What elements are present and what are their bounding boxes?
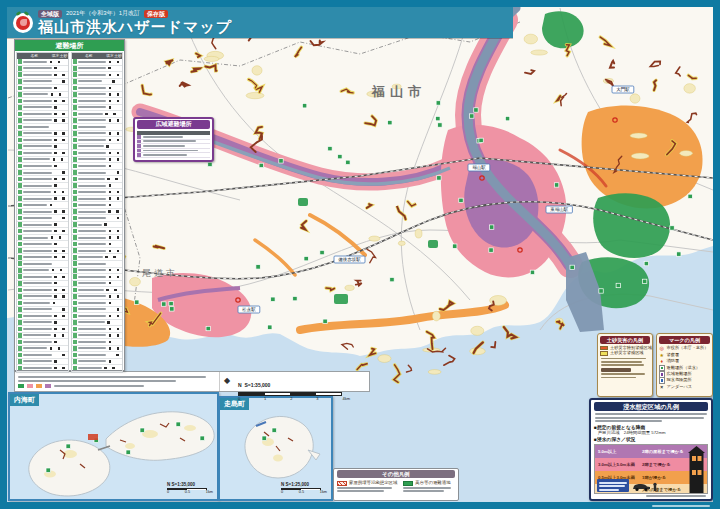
station-label-chip: 東福山駅 [546,206,572,213]
flood-mark-cell [106,341,114,343]
legend-other-items: 家屋倒壊等氾濫想定区域高台等の避難適地 [337,480,455,494]
flood-mark-cell [52,315,60,317]
flood-mark-cell [103,113,111,115]
row-number-chip [73,216,77,221]
site-name-text [78,113,103,115]
inset-hashirijima: 走島町 N S=1:25,000 00.51km [218,396,333,501]
site-name-text [78,302,107,304]
row-number-chip [73,138,77,143]
depth-range: 5.0m以上 [598,449,642,454]
inset-utsumi: 内海町 N S=1:35,000 00.51km [8,392,219,501]
flood-mark-cell [106,347,114,349]
flood-mark-cell [105,321,113,323]
warning-zone-patch [130,278,141,286]
map-canvas: 松永駅備後赤坂駅福山駅東福山駅大門駅 福山市 府中市 尾道市 全域版 2021年… [7,7,713,502]
map-usage-notes [15,372,220,391]
sediment-mark-cell [60,80,68,82]
site-name-text [78,341,107,343]
station-label-chip: 備後赤坂駅 [334,256,365,263]
flood-mark-cell [52,106,60,108]
site-name-text [23,243,52,245]
site-name-text [23,360,52,362]
evacuation-site-marker [436,101,440,105]
sediment-mark-cell [114,334,122,336]
sediment-mark-cell [114,191,122,193]
evacuation-site-marker [437,176,441,180]
evacuation-site-marker [554,183,558,187]
evacuation-site-marker [268,325,272,329]
flood-mark-cell [52,178,60,180]
depth-description: 1階が浸かる [642,475,666,480]
sediment-swatch [600,346,608,351]
row-number-chip [18,59,22,64]
row-number-chip [18,79,22,84]
row-number-chip [18,268,22,273]
flood-mark-cell [106,204,114,206]
row-number-chip [137,140,141,144]
evacuation-site-marker [570,265,574,269]
evacuation-site-marker [302,104,306,108]
row-number-chip [18,190,22,195]
flood-mark-cell [105,178,113,180]
evacuation-column: 名称洪水土砂 [16,52,69,373]
scale-ratio: S=1:35,000 [244,382,270,388]
row-number-chip [18,131,22,136]
flood-mark-cell [52,295,60,297]
row-number-chip [18,66,22,71]
site-name-text [78,126,107,128]
legend-flood-title: 浸水想定区域の凡例 [594,402,708,411]
sediment-mark-cell [114,119,122,121]
site-name-text [78,119,107,121]
row-number-chip [73,144,77,149]
evacuation-site-marker [135,300,139,304]
site-name-text [23,263,52,265]
row-number-chip [73,79,77,84]
tick-label: 0 [281,490,283,495]
sediment-mark-cell [114,217,122,219]
site-name-text [78,308,107,310]
site-name-text [23,308,52,310]
flood-mark-cell [106,158,114,160]
row-number-chip [18,281,22,286]
sediment-mark-cell [60,178,68,180]
row-number-chip [73,327,77,332]
row-number-chip [18,307,22,312]
flood-mark-cell [47,204,55,206]
tick-label: 1km [206,490,213,495]
station-label-chip: 松永駅 [238,306,260,313]
sediment-mark-cell [57,269,65,271]
row-number-chip [18,183,22,188]
evacuation-site-marker [271,297,275,301]
site-name-text [23,126,49,128]
flood-mark-cell [106,87,114,89]
site-name-text [78,315,107,317]
flood-mark-cell [106,295,114,297]
row-number-chip [73,353,77,358]
tick-label: 0.5 [299,490,304,495]
flood-mark-cell [106,250,114,252]
site-name-text [78,87,107,89]
main-scale-bar: ◆ N S=1:35,000 01234km [220,372,369,391]
evacuation-row [17,365,68,372]
flood-mark-cell [51,334,59,336]
site-name-text [23,61,47,63]
warning-zone-patch [490,296,507,306]
sediment-mark-cell [59,334,67,336]
sediment-mark-cell [55,61,63,63]
site-name-text [78,250,107,252]
row-number-chip [73,333,77,338]
tick-label: 3 [316,396,318,401]
evacuation-site-marker [505,116,509,120]
row-number-chip [73,125,77,130]
site-name-text [23,87,52,89]
row-number-chip [73,157,77,162]
flood-mark-cell [52,74,60,76]
flood-mark-cell [52,243,60,245]
row-number-chip [18,105,22,110]
underpass-icon: × [659,385,665,390]
site-name-text [78,74,107,76]
site-name-text [78,198,107,200]
row-number-chip [73,301,77,306]
site-name-text [78,224,102,226]
sediment-mark-cell [114,93,122,95]
